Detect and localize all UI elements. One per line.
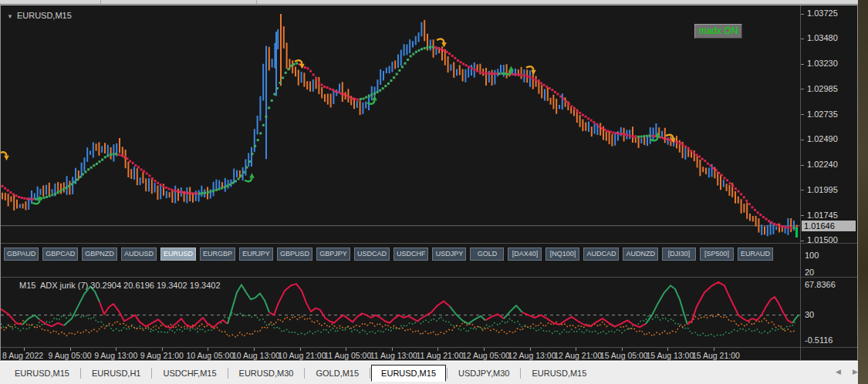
adx-scale-bottom: -0.5116 xyxy=(805,335,833,345)
symbol-button-gbpusd[interactable]: GBPUSD xyxy=(277,248,312,261)
time-axis-label: 11 Aug 13:00 xyxy=(370,351,417,360)
mt4-screen: ▼EURUSD,M15 madx ON 1.037251.034801.0323… xyxy=(0,0,868,384)
symbol-button-dji30[interactable]: [DJI30] xyxy=(662,248,696,261)
panel-separator[interactable] xyxy=(1,243,857,244)
tab-separator xyxy=(228,368,228,379)
price-tick-dash xyxy=(801,14,804,15)
symbol-button-audnzd[interactable]: AUDNZD xyxy=(623,248,658,261)
symbol-button-eurgbp[interactable]: EURGBP xyxy=(200,248,235,261)
price-tick-dash xyxy=(801,89,804,89)
tab-gold-m15[interactable]: GOLD,M15 xyxy=(306,365,369,381)
desktop-background-edge xyxy=(858,0,868,384)
signal-arrow-down xyxy=(1,152,9,160)
symbol-button-usdcad[interactable]: USDCAD xyxy=(354,248,390,261)
tab-separator xyxy=(370,368,370,379)
symbol-button-audusd[interactable]: AUDUSD xyxy=(121,248,157,261)
symbol-button-euraud[interactable]: EURAUD xyxy=(738,248,773,261)
symbol-button-gbpcad[interactable]: GBPCAD xyxy=(42,248,78,261)
time-axis-label: 15 Aug 13:00 xyxy=(646,351,694,360)
symbol-button-eurjpy[interactable]: EURJPY xyxy=(239,248,273,261)
time-axis-label: 9 Aug 13:00 xyxy=(94,351,137,360)
price-scale-border xyxy=(800,5,801,360)
time-axis-label: 12 Aug 13:00 xyxy=(508,351,556,360)
symbol-button-gbpnzd[interactable]: GBPNZD xyxy=(82,248,117,261)
symbol-button-gbpjpy[interactable]: GBPJPY xyxy=(316,248,350,261)
tab-usdjpy-m30[interactable]: USDJPY,M30 xyxy=(448,365,519,381)
symbol-button-usdjpy[interactable]: USDJPY xyxy=(432,248,466,261)
tab-separator xyxy=(151,368,152,379)
collapse-triangle-icon[interactable]: ▼ xyxy=(7,13,13,20)
symbol-button-eurusd[interactable]: EURUSD xyxy=(160,248,196,261)
adx-indicator-label: M15 ADX jurik (7) 30.2904 20.6196 19.340… xyxy=(19,281,221,290)
price-tick-label: 1.02985 xyxy=(807,84,838,93)
time-axis-label: 8 Aug 2022 xyxy=(2,351,43,360)
price-tick-label: 1.03480 xyxy=(807,33,838,42)
toolbar-separator xyxy=(256,0,257,4)
tab-eurusd-m15[interactable]: EURUSD,M15 xyxy=(522,365,596,381)
time-axis-label: 9 Aug 21:00 xyxy=(140,351,184,360)
price-tick-label: 1.01995 xyxy=(807,185,838,194)
symbol-button-sp500[interactable]: [SP500] xyxy=(700,248,734,261)
price-tick-label: 1.02735 xyxy=(807,109,838,119)
current-price-marker xyxy=(795,227,798,237)
chart-tabs: EURUSD,M15EURUSD,H1USDCHF,M15EURUSD,M30G… xyxy=(5,363,596,383)
tab-separator xyxy=(447,368,448,379)
chart-tab-bar: EURUSD,M15EURUSD,H1USDCHF,M15EURUSD,M30G… xyxy=(0,361,860,384)
price-tick-dash xyxy=(801,39,804,39)
symbol-button-audcad[interactable]: AUDCAD xyxy=(583,248,619,261)
time-axis-label: 9 Aug 05:00 xyxy=(49,351,92,360)
price-chart-canvas[interactable] xyxy=(1,5,800,243)
tab-eurusd-h1[interactable]: EURUSD,H1 xyxy=(82,365,151,381)
adx-scale-top: 67.8366 xyxy=(805,280,836,289)
price-tick-dash xyxy=(801,165,804,166)
tab-usdchf-m15[interactable]: USDCHF,M15 xyxy=(153,365,226,381)
tab-eurusd-m15[interactable]: EURUSD,M15 xyxy=(5,365,79,381)
price-tick-dash xyxy=(801,241,804,241)
price-tick-dash xyxy=(801,114,804,115)
price-tick-label: 1.03725 xyxy=(807,8,838,18)
time-axis-label: 11 Aug 05:00 xyxy=(324,351,371,360)
symbol-button-usdchf[interactable]: USDCHF xyxy=(393,248,429,261)
signal-arrow-down xyxy=(437,39,447,48)
symbol-button-row: GBPAUDGBPCADGBPNZDAUDUSDEURUSDEURGBPEURJ… xyxy=(4,248,773,261)
symbol-button-nq100[interactable]: [NQ100] xyxy=(545,248,579,261)
price-tick-label: 1.02240 xyxy=(807,160,838,169)
time-axis-label: 10 Aug 05:00 xyxy=(186,351,234,360)
symbol-button-dax40[interactable]: [DAX40] xyxy=(508,248,542,261)
tab-separator xyxy=(304,368,305,379)
time-axis-label: 12 Aug 21:00 xyxy=(554,351,602,360)
price-tick-dash xyxy=(801,140,804,140)
symbol-button-gold[interactable]: GOLD xyxy=(470,248,504,261)
chart-window: ▼EURUSD,M15 madx ON 1.037251.034801.0323… xyxy=(0,5,858,361)
tab-scroll-right-icon[interactable]: ▶ xyxy=(853,368,858,376)
adx-scale-mid: 30 xyxy=(805,310,814,319)
time-axis-label: 15 Aug 21:00 xyxy=(692,351,740,360)
time-axis-label: 10 Aug 13:00 xyxy=(232,351,280,360)
tab-scroll-left-icon[interactable]: ◀ xyxy=(836,368,841,376)
tab-separator xyxy=(520,368,521,379)
madx-toggle-button[interactable]: madx ON xyxy=(694,24,742,39)
tab-eurusd-m15-active[interactable]: EURUSD,M15 xyxy=(371,365,446,382)
toolbar-separator xyxy=(100,0,101,4)
time-axis-label: 12 Aug 05:00 xyxy=(462,351,510,360)
tab-separator xyxy=(80,368,81,379)
price-tick-label: 1.03230 xyxy=(807,59,838,68)
time-axis-label: 15 Aug 05:00 xyxy=(600,351,648,360)
chart-symbol-label: ▼EURUSD,M15 xyxy=(7,11,72,20)
price-tick-label: 1.02490 xyxy=(807,134,838,143)
price-tick-dash xyxy=(801,64,804,65)
price-tick-dash xyxy=(801,215,804,216)
panel-separator[interactable] xyxy=(1,277,857,278)
price-tick-label: 1.01745 xyxy=(807,211,838,220)
time-axis-label: 11 Aug 21:00 xyxy=(416,351,463,360)
time-axis-label: 10 Aug 21:00 xyxy=(279,351,326,360)
price-tick-label: 1.01500 xyxy=(807,235,838,244)
subwindow-scale-top: 100 xyxy=(805,251,819,260)
panel-separator[interactable] xyxy=(1,347,857,348)
tab-eurusd-m30[interactable]: EURUSD,M30 xyxy=(229,365,304,381)
symbol-button-gbpaud[interactable]: GBPAUD xyxy=(4,248,39,261)
current-price-badge: 1.01646 xyxy=(802,221,856,231)
subwindow-scale-bottom: 20 xyxy=(805,268,814,277)
price-tick-dash xyxy=(801,190,804,190)
